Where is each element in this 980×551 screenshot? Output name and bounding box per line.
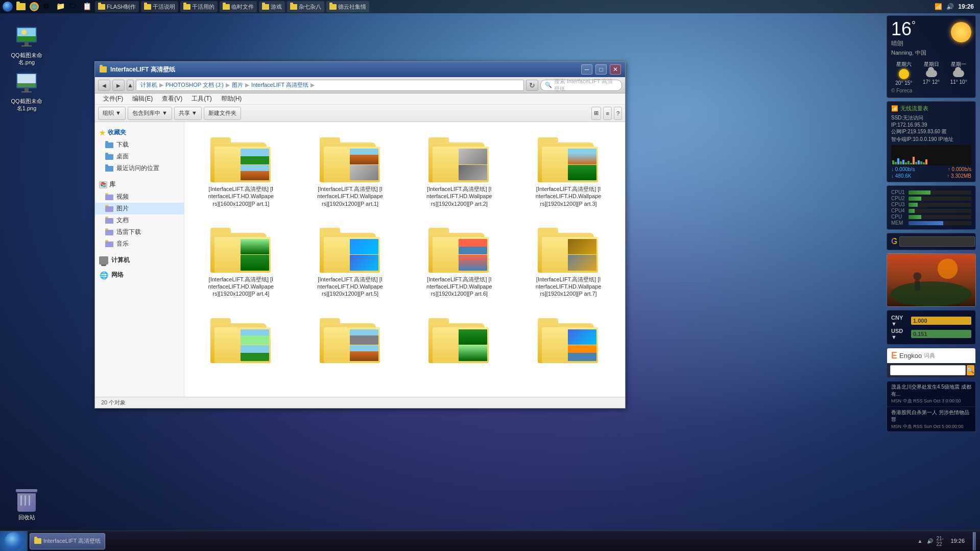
folder-item-2[interactable]: [InterfaceLIFT.高清壁纸] [InterfaceLIFT.HD.W… xyxy=(409,128,510,210)
folder-label-6: [InterfaceLIFT.高清壁纸] [InterfaceLIFT.HD.W… xyxy=(426,276,492,298)
explorer-sidebar: ★ 收藏夹 下载 桌面 最近访问的位置 xyxy=(95,122,184,397)
sidebar-documents[interactable]: 文档 xyxy=(95,214,184,226)
thunder-label: 迅雷下载 xyxy=(116,228,141,236)
addr-refresh-btn[interactable]: ↻ xyxy=(526,80,538,91)
google-search-input[interactable] xyxy=(899,236,975,247)
tray-network-icon[interactable]: ▲ xyxy=(916,537,924,545)
folder-icon[interactable] xyxy=(15,1,27,12)
menu-view[interactable]: 查看(V) xyxy=(158,93,186,104)
organize-btn[interactable]: 组织 ▼ xyxy=(98,107,126,120)
folder-item-11[interactable] xyxy=(518,309,619,369)
addr-current[interactable]: InterfaceLIFT 高清壁纸 xyxy=(251,81,308,89)
address-search[interactable]: 🔍 搜索 InterfaceLIFT 高清壁纸 xyxy=(540,80,622,91)
qq-screenshot-2[interactable]: QQ截图未命名1.png xyxy=(6,69,47,114)
videos-label: 视频 xyxy=(116,193,129,201)
tray-volume-icon[interactable]: 🔊 xyxy=(926,537,934,545)
pictures-icon xyxy=(105,205,113,212)
network-widget: 📶 无线流量表 SSD:无法访问 IP:172.16.95.39 公网IP:21… xyxy=(887,101,976,182)
pictures-label: 图片 xyxy=(116,204,129,213)
start-button[interactable] xyxy=(0,531,28,552)
net-dl-total: ↓ 480.6K xyxy=(891,173,911,179)
menu-file[interactable]: 文件(F) xyxy=(99,93,127,104)
qq-screenshot-1[interactable]: QQ截图未命名.png xyxy=(6,23,47,68)
engkoo-search-btn[interactable]: 🔍 xyxy=(967,365,974,375)
temp-folder-label: 临时文件 xyxy=(231,3,254,11)
tools-folder[interactable]: 干活用的 xyxy=(180,1,218,12)
folder-item-0[interactable]: [InterfaceLIFT.高清壁纸] [InterfaceLIFT.HD.W… xyxy=(190,128,292,210)
sidebar-thunder[interactable]: 迅雷下载 xyxy=(95,226,184,238)
addr-pictures[interactable]: 图片 xyxy=(232,81,243,89)
maximize-button[interactable]: □ xyxy=(595,64,607,75)
work-folder[interactable]: 干活说明 xyxy=(141,1,178,12)
trash-icon xyxy=(16,489,37,512)
deyun-folder-label: 德云社集情 xyxy=(338,3,366,11)
sidebar-desktop[interactable]: 桌面 xyxy=(95,151,184,162)
close-button[interactable]: ✕ xyxy=(610,64,621,75)
show-desktop-button[interactable] xyxy=(973,532,976,550)
folder-item-6[interactable]: [InterfaceLIFT.高清壁纸] [InterfaceLIFT.HD.W… xyxy=(409,219,510,301)
share-btn[interactable]: 共享 ▼ xyxy=(174,107,202,120)
misc-folder[interactable]: 杂七杂八 xyxy=(287,1,324,12)
engkoo-search-input[interactable] xyxy=(890,365,966,375)
work-folder-label: 干活说明 xyxy=(153,3,175,11)
start-orb-icon xyxy=(5,532,23,550)
sidebar-recent[interactable]: 最近访问的位置 xyxy=(95,162,184,174)
library-section[interactable]: 📚 库 xyxy=(95,178,184,191)
music-label: 音乐 xyxy=(116,239,129,248)
minimize-button[interactable]: ─ xyxy=(581,64,592,75)
games-folder[interactable]: 游戏 xyxy=(259,1,285,12)
folder-item-5[interactable]: [InterfaceLIFT.高清壁纸] [InterfaceLIFT.HD.W… xyxy=(300,219,401,301)
explorer-addressbar: ▲ 计算机 ▶ PHOTOSHOP 文档 (J:) ▶ 图片 ▶ Interfa… xyxy=(95,77,625,93)
taskbar-explorer-label: InterfaceLIFT 高清壁纸 xyxy=(43,537,101,545)
menu-tools[interactable]: 工具(T) xyxy=(187,93,216,104)
folder-item-3[interactable]: [InterfaceLIFT.高清壁纸] [InterfaceLIFT.HD.W… xyxy=(518,128,619,210)
include-library-btn[interactable]: 包含到库中 ▼ xyxy=(128,107,172,120)
flash-folder[interactable]: FLASH制作 xyxy=(95,1,139,12)
addr-computer[interactable]: 计算机 xyxy=(140,81,157,89)
app-icon-4[interactable]: 📁 xyxy=(55,1,66,12)
favorites-section[interactable]: ★ 收藏夹 xyxy=(95,126,184,139)
computer-label: 计算机 xyxy=(111,256,130,265)
folder-item-7[interactable]: [InterfaceLIFT.高清壁纸] [InterfaceLIFT.HD.W… xyxy=(518,219,619,301)
browser-icon[interactable]: 🌐 xyxy=(29,1,40,12)
misc-folder-label: 杂七杂八 xyxy=(299,3,321,11)
app-icon-3[interactable]: ⚙ xyxy=(42,1,53,12)
menu-edit[interactable]: 编辑(E) xyxy=(128,93,157,104)
temp-folder[interactable]: 临时文件 xyxy=(220,1,257,12)
sidebar-network[interactable]: 🌐 网络 xyxy=(95,269,184,281)
network-icon: 🌐 xyxy=(99,272,108,279)
menu-help[interactable]: 帮助(H) xyxy=(217,93,246,104)
windows-orb[interactable] xyxy=(2,1,13,12)
folder-item-8[interactable] xyxy=(190,309,292,369)
folder-item-9[interactable] xyxy=(300,309,401,369)
view-list-btn[interactable]: ≡ xyxy=(603,107,611,120)
star-icon: ★ xyxy=(99,129,106,137)
sidebar-music[interactable]: 音乐 xyxy=(95,238,184,250)
forward-button[interactable] xyxy=(112,80,125,91)
help-btn[interactable]: ? xyxy=(614,107,622,120)
taskbar-explorer-item[interactable]: InterfaceLIFT 高清壁纸 xyxy=(30,533,105,549)
sidebar-pictures[interactable]: 图片 xyxy=(95,203,184,214)
new-folder-btn[interactable]: 新建文件夹 xyxy=(204,107,241,120)
view-toggle-btn[interactable]: ⊞ xyxy=(591,107,601,120)
deyun-folder[interactable]: 德云社集情 xyxy=(326,1,369,12)
addr-drive[interactable]: PHOTOSHOP 文档 (J:) xyxy=(165,81,224,89)
top-taskbar: 🌐 ⚙ 📁 🛡 📋 FLASH制作 干活说明 干活用的 临时文件 xyxy=(0,0,980,13)
documents-icon xyxy=(105,217,113,224)
sidebar-downloads[interactable]: 下载 xyxy=(95,139,184,151)
recycle-bin[interactable]: 回收站 xyxy=(6,487,47,523)
app-icon-5[interactable]: 🛡 xyxy=(68,1,80,12)
up-button[interactable]: ▲ xyxy=(127,80,134,91)
app-icon-6[interactable]: 📋 xyxy=(82,1,93,12)
recycle-bin-label: 回收站 xyxy=(18,514,35,521)
taskbar-clock[interactable]: 19:26 xyxy=(947,537,968,544)
forward-arrow-icon xyxy=(116,82,121,89)
folder-item-4[interactable]: [InterfaceLIFT.高清壁纸] [InterfaceLIFT.HD.W… xyxy=(190,219,292,301)
back-button[interactable] xyxy=(98,80,110,91)
folder-item-1[interactable]: [InterfaceLIFT.高清壁纸] [InterfaceLIFT.HD.W… xyxy=(300,128,401,210)
address-bar[interactable]: 计算机 ▶ PHOTOSHOP 文档 (J:) ▶ 图片 ▶ Interface… xyxy=(136,80,524,91)
folder-item-10[interactable] xyxy=(409,309,510,369)
sidebar-videos[interactable]: 视频 xyxy=(95,191,184,203)
svg-rect-15 xyxy=(915,280,920,291)
sidebar-computer[interactable]: 计算机 xyxy=(95,254,184,267)
